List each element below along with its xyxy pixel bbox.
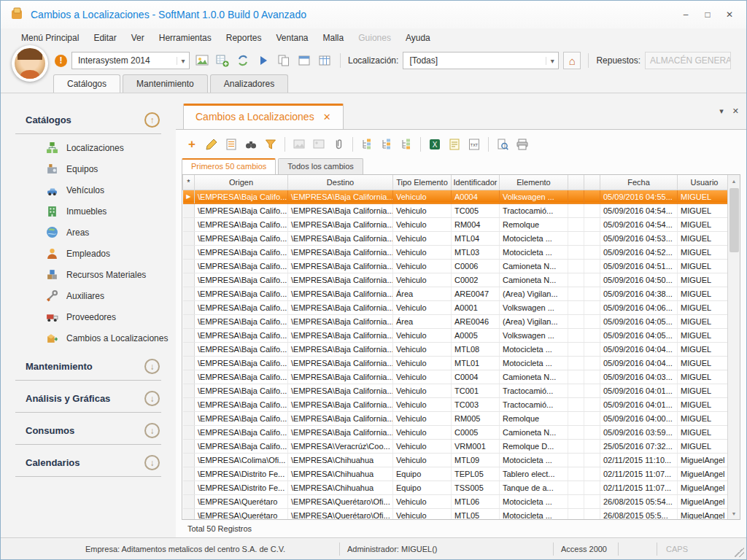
grid-cell[interactable]: Área bbox=[393, 287, 452, 300]
image-icon[interactable] bbox=[194, 52, 210, 69]
grid-cell[interactable]: Vehiculo bbox=[393, 203, 452, 217]
grid-cell[interactable]: Vehiculo bbox=[393, 259, 452, 273]
table-row[interactable]: \EMPRESA\Baja Califo...\EMPRESA\Baja Cal… bbox=[183, 411, 732, 425]
expand-down-icon[interactable]: ↓ bbox=[144, 359, 160, 374]
grid-cell[interactable]: 05/09/2016 04:05... bbox=[600, 328, 678, 342]
grid-cell[interactable]: MIGUEL bbox=[678, 397, 732, 411]
grid-cell[interactable] bbox=[568, 259, 584, 273]
row-indicator[interactable] bbox=[183, 439, 195, 453]
grid-cell[interactable] bbox=[584, 494, 600, 508]
table-row[interactable]: \EMPRESA\Baja Califo...\EMPRESA\Baja Cal… bbox=[183, 300, 732, 314]
table-row[interactable]: \EMPRESA\Baja Califo...\EMPRESA\Baja Cal… bbox=[183, 342, 732, 356]
grid-cell[interactable]: Vehiculo bbox=[393, 425, 452, 439]
table-row[interactable]: \EMPRESA\Baja Califo...\EMPRESA\Baja Cal… bbox=[183, 231, 732, 245]
grid-cell[interactable]: MIGUEL bbox=[678, 287, 732, 300]
menu-menu-principal[interactable]: Menú Principal bbox=[14, 30, 86, 46]
row-indicator[interactable] bbox=[183, 231, 195, 245]
grid-cell[interactable]: 05/09/2016 04:05... bbox=[600, 314, 678, 328]
expand-down-icon[interactable]: ↓ bbox=[144, 391, 160, 406]
grid-cell[interactable]: \EMPRESA\Baja Califo... bbox=[195, 314, 288, 328]
sidebar-section-analisis-y-graficas[interactable]: Análisis y Gráficas ↓ bbox=[15, 391, 161, 413]
minimize-button[interactable]: – bbox=[675, 6, 697, 23]
grid-cell[interactable]: Tanque de a... bbox=[500, 481, 568, 494]
grid-cell[interactable]: Tractocamió... bbox=[500, 203, 568, 217]
table-row[interactable]: \EMPRESA\Querétaro\EMPRESA\Querétaro\Ofi… bbox=[183, 494, 732, 508]
grid-cell[interactable] bbox=[584, 425, 600, 439]
grid-cell[interactable] bbox=[568, 217, 584, 231]
grid-cell[interactable]: \EMPRESA\Querétaro\Ofi... bbox=[288, 508, 393, 520]
grid-cell[interactable]: MIGUEL bbox=[678, 411, 732, 425]
grid-cell[interactable]: MTL08 bbox=[452, 342, 500, 356]
grid-cell[interactable] bbox=[568, 425, 584, 439]
company-select[interactable]: Interasystem 2014 ▾ bbox=[71, 52, 190, 69]
grid-cell[interactable]: 26/08/2015 05:54... bbox=[600, 494, 678, 508]
grid-cell[interactable]: MTL09 bbox=[452, 453, 500, 467]
chevron-down-icon[interactable]: ▾ bbox=[177, 57, 189, 65]
grid-cell[interactable] bbox=[568, 384, 584, 397]
columns-icon[interactable] bbox=[317, 52, 333, 69]
scroll-up-icon[interactable]: ▲ bbox=[728, 175, 740, 187]
grid-cell[interactable] bbox=[568, 397, 584, 411]
table-row[interactable]: \EMPRESA\Baja Califo...\EMPRESA\Baja Cal… bbox=[183, 287, 732, 300]
edit-record-button[interactable] bbox=[203, 136, 220, 152]
grid-cell[interactable]: ARE0047 bbox=[452, 287, 500, 300]
grid-cell[interactable] bbox=[568, 481, 584, 494]
sidebar-item-vehiculos[interactable]: Vehículos bbox=[1, 179, 176, 201]
chevron-down-icon[interactable]: ▾ bbox=[546, 57, 558, 65]
grid-cell[interactable]: Motocicleta ... bbox=[500, 494, 568, 508]
grid-cell[interactable]: \EMPRESA\Baja California... bbox=[288, 425, 393, 439]
filter-button[interactable] bbox=[262, 136, 279, 152]
row-indicator[interactable] bbox=[183, 342, 195, 356]
grid-cell[interactable]: \EMPRESA\Baja California... bbox=[288, 287, 393, 300]
grid-cell[interactable]: Vehiculo bbox=[393, 190, 452, 203]
grid-cell[interactable]: MIGUEL bbox=[678, 273, 732, 287]
grid-cell[interactable]: Área bbox=[393, 314, 452, 328]
column-header-indicator[interactable]: * bbox=[183, 175, 195, 190]
grid-cell[interactable]: MIGUEL bbox=[678, 384, 732, 397]
row-indicator[interactable] bbox=[183, 273, 195, 287]
grid-cell[interactable]: \EMPRESA\Querétaro\Ofi... bbox=[288, 494, 393, 508]
grid-cell[interactable]: MiguelAngel bbox=[678, 494, 732, 508]
grid-cell[interactable]: \EMPRESA\Distrito Fe... bbox=[195, 467, 288, 481]
grid-cell[interactable]: ARE0046 bbox=[452, 314, 500, 328]
search-button[interactable] bbox=[242, 136, 260, 152]
row-indicator[interactable] bbox=[183, 356, 195, 370]
grid-cell[interactable]: 02/11/2015 11:10... bbox=[600, 453, 678, 467]
sidebar-item-empleados[interactable]: Empleados bbox=[1, 243, 176, 264]
grid-cell[interactable]: (Area) Vigilan... bbox=[500, 287, 568, 300]
tree-collapse-button[interactable] bbox=[398, 136, 415, 152]
grid-cell[interactable]: 02/11/2015 11:07... bbox=[600, 481, 678, 494]
column-header-tipo-elemento[interactable]: Tipo Elemento bbox=[393, 175, 452, 190]
sidebar-item-localizaciones[interactable]: Localizaciones bbox=[1, 137, 176, 158]
grid-cell[interactable]: \EMPRESA\Baja California... bbox=[288, 328, 393, 342]
grid-cell[interactable]: MTL05 bbox=[452, 508, 500, 520]
grid-cell[interactable]: \EMPRESA\Chihuahua bbox=[288, 481, 393, 494]
row-indicator[interactable] bbox=[183, 494, 195, 508]
grid-cell[interactable]: C0005 bbox=[452, 425, 500, 439]
grid-cell[interactable] bbox=[568, 300, 584, 314]
export-txt-button[interactable]: TXT bbox=[465, 136, 483, 152]
grid-cell[interactable]: \EMPRESA\Baja California... bbox=[288, 300, 393, 314]
grid-cell[interactable] bbox=[568, 314, 584, 328]
window-icon[interactable] bbox=[296, 52, 312, 69]
grid-cell[interactable]: \EMPRESA\Chihuahua bbox=[288, 453, 393, 467]
grid-cell[interactable]: 05/09/2016 04:01... bbox=[600, 397, 678, 411]
sidebar-item-inmuebles[interactable]: Inmuebles bbox=[1, 201, 176, 222]
grid-cell[interactable] bbox=[568, 439, 584, 453]
table-row[interactable]: \EMPRESA\Baja Califo...\EMPRESA\Baja Cal… bbox=[183, 356, 732, 370]
table-row[interactable]: \EMPRESA\Baja Califo...\EMPRESA\Baja Cal… bbox=[183, 397, 732, 411]
grid-cell[interactable] bbox=[584, 259, 600, 273]
resize-grip[interactable] bbox=[734, 547, 744, 557]
grid-cell[interactable]: \EMPRESA\Baja Califo... bbox=[195, 342, 288, 356]
sidebar-item-areas[interactable]: Areas bbox=[1, 222, 176, 243]
menu-ayuda[interactable]: Ayuda bbox=[398, 30, 438, 46]
row-indicator[interactable] bbox=[183, 287, 195, 300]
grid-cell[interactable]: \EMPRESA\Baja Califo... bbox=[195, 217, 288, 231]
grid-cell[interactable] bbox=[584, 314, 600, 328]
sidebar-item-equipos[interactable]: Equipos bbox=[1, 158, 176, 179]
grid-cell[interactable]: \EMPRESA\Baja California... bbox=[288, 384, 393, 397]
grid-cell[interactable]: Volkswagen ... bbox=[500, 300, 568, 314]
table-row[interactable]: \EMPRESA\Baja Califo...\EMPRESA\Baja Cal… bbox=[183, 328, 732, 342]
grid-cell[interactable] bbox=[584, 273, 600, 287]
row-indicator[interactable] bbox=[183, 203, 195, 217]
